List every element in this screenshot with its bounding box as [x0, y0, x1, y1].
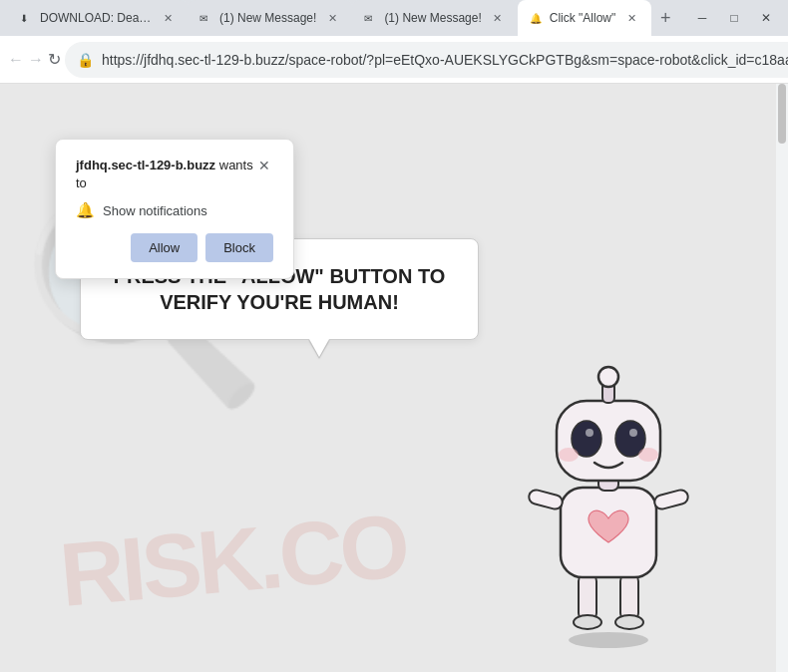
svg-point-17	[638, 448, 658, 462]
tab-3-favicon: ✉	[364, 11, 378, 25]
tab-1-favicon: ⬇	[20, 11, 34, 25]
url-text: https://jfdhq.sec-tl-129-b.buzz/space-ro…	[102, 52, 788, 68]
browser-window: ⬇ DOWNLOAD: Deadpo... ✕ ✉ (1) New Messag…	[0, 0, 788, 672]
new-tab-button[interactable]: +	[651, 4, 679, 32]
robot-svg	[499, 333, 718, 652]
address-bar[interactable]: 🔒 https://jfdhq.sec-tl-129-b.buzz/space-…	[65, 42, 788, 78]
tab-1-title: DOWNLOAD: Deadpo...	[40, 11, 152, 25]
svg-rect-7	[653, 489, 689, 510]
tab-3-close[interactable]: ✕	[490, 10, 506, 26]
notif-domain: jfdhq.sec-tl-129-b.buzz	[76, 158, 215, 172]
tab-4-close[interactable]: ✕	[623, 10, 639, 26]
block-button[interactable]: Block	[205, 233, 273, 262]
svg-point-15	[629, 429, 637, 437]
tab-2-title: (1) New Message!	[219, 11, 316, 25]
title-bar: ⬇ DOWNLOAD: Deadpo... ✕ ✉ (1) New Messag…	[0, 0, 788, 36]
tab-4[interactable]: 🔔 Click "Allow" ✕	[518, 0, 652, 36]
notif-domain-text: jfdhq.sec-tl-129-b.buzz wants to	[76, 156, 254, 191]
minimize-button[interactable]: ─	[688, 4, 716, 32]
forward-button[interactable]: →	[28, 44, 44, 76]
navigation-bar: ← → ↻ 🔒 https://jfdhq.sec-tl-129-b.buzz/…	[0, 36, 788, 84]
notif-show-notifications-row: 🔔 Show notifications	[76, 201, 273, 219]
tab-4-title: Click "Allow"	[550, 11, 616, 25]
lock-icon: 🔒	[77, 52, 94, 68]
notif-show-label: Show notifications	[103, 203, 207, 218]
tab-1-close[interactable]: ✕	[160, 10, 176, 26]
robot-illustration	[489, 303, 728, 652]
risk-watermark: RISK.CO	[56, 495, 410, 627]
tab-4-favicon: 🔔	[530, 11, 544, 25]
svg-point-13	[586, 429, 593, 437]
svg-point-3	[574, 615, 601, 629]
svg-point-11	[598, 367, 618, 387]
notification-close-button[interactable]: ✕	[254, 156, 273, 175]
svg-rect-6	[528, 489, 564, 510]
svg-point-0	[569, 632, 648, 648]
page-content: 🔍 RISK.CO PRESS THE "ALLOW" BUTTON TO VE…	[0, 84, 788, 672]
tab-2[interactable]: ✉ (1) New Message! ✕	[188, 0, 352, 36]
close-window-button[interactable]: ✕	[752, 4, 780, 32]
scrollbar-thumb[interactable]	[778, 84, 786, 144]
notification-popup: jfdhq.sec-tl-129-b.buzz wants to ✕ 🔔 Sho…	[55, 139, 294, 279]
allow-button[interactable]: Allow	[131, 233, 197, 262]
tab-2-favicon: ✉	[199, 11, 213, 25]
tab-3-title: (1) New Message!	[384, 11, 481, 25]
window-controls: ─ □ ✕	[688, 4, 780, 32]
refresh-button[interactable]: ↻	[48, 44, 61, 76]
notif-buttons: Allow Block	[76, 233, 273, 262]
back-button[interactable]: ←	[8, 44, 24, 76]
maximize-button[interactable]: □	[720, 4, 748, 32]
bell-icon: 🔔	[76, 201, 95, 219]
tab-3[interactable]: ✉ (1) New Message! ✕	[352, 0, 517, 36]
svg-point-4	[615, 615, 643, 629]
tab-2-close[interactable]: ✕	[324, 10, 340, 26]
notif-header: jfdhq.sec-tl-129-b.buzz wants to ✕	[76, 156, 273, 191]
scrollbar[interactable]	[776, 84, 788, 672]
svg-point-16	[559, 448, 579, 462]
tab-1[interactable]: ⬇ DOWNLOAD: Deadpo... ✕	[8, 0, 188, 36]
